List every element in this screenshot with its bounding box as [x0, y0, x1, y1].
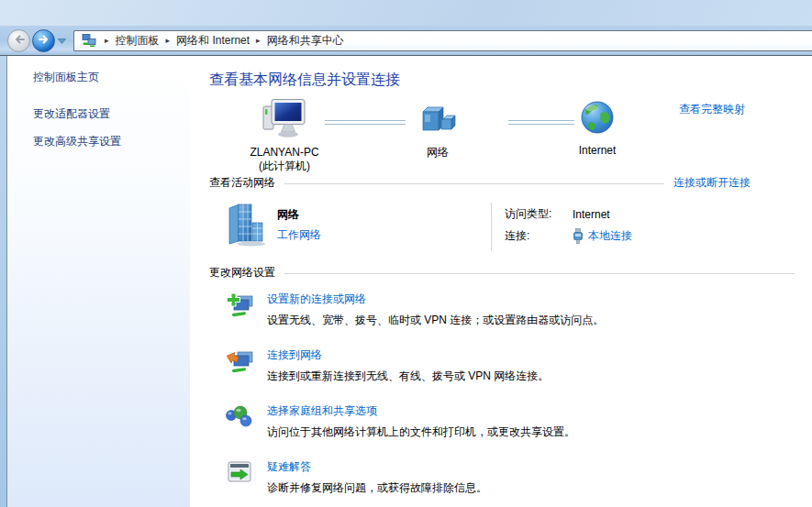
network-category-link[interactable]: 工作网络: [277, 227, 321, 243]
breadcrumb-separator-icon: ▸: [98, 36, 116, 45]
list-item-troubleshoot: 疑难解答 诊断并修复网络问题，或获得故障排除信息。: [224, 459, 795, 496]
breadcrumb-separator-icon[interactable]: ▸: [160, 36, 177, 45]
map-node-computer[interactable]: ZLANYAN-PC (此计算机): [229, 98, 339, 173]
network-sharing-center-icon: [82, 33, 96, 48]
map-computer-sublabel: (此计算机): [259, 160, 310, 172]
section-rule: [284, 183, 664, 184]
buildings-icon: [224, 203, 268, 250]
ethernet-plug-icon: [573, 228, 584, 244]
active-networks-header-label: 查看活动网络: [209, 175, 275, 191]
breadcrumb-network-sharing-center[interactable]: 网络和共享中心: [267, 33, 344, 49]
access-type-value: Internet: [573, 208, 610, 221]
window-titlebar[interactable]: [0, 0, 812, 26]
active-network-summary: 网络 工作网络: [224, 203, 491, 250]
connect-to-network-link[interactable]: 连接到网络: [267, 347, 549, 363]
settings-list: 设置新的连接或网络 设置无线、宽带、拨号、临时或 VPN 连接；或设置路由器或访…: [224, 292, 795, 496]
window-left-border: [0, 56, 7, 507]
homegroup-icon: [224, 403, 255, 440]
map-computer-label: ZLANYAN-PC: [250, 146, 318, 159]
connect-disconnect-link[interactable]: 连接或断开连接: [673, 175, 751, 191]
active-network-name: 网络: [277, 207, 321, 223]
see-full-map-link[interactable]: 查看完整映射: [679, 102, 745, 117]
breadcrumb-network-and-internet[interactable]: 网络和 Internet: [176, 33, 250, 49]
active-network-panel: 网络 工作网络 访问类型: Internet 连接:: [209, 191, 795, 265]
active-network-details: 访问类型: Internet 连接:: [492, 203, 632, 250]
page-title: 查看基本网络信息并设置连接: [209, 71, 795, 89]
back-arrow-icon: [13, 34, 26, 48]
map-connector-line: [325, 120, 406, 125]
local-connection-link[interactable]: 本地连接: [588, 228, 632, 244]
map-network-label: 网络: [427, 146, 449, 160]
setup-new-connection-desc: 设置无线、宽带、拨号、临时或 VPN 连接；或设置路由器或访问点。: [267, 313, 604, 328]
main-panel: 查看基本网络信息并设置连接: [190, 56, 812, 507]
section-rule: [284, 273, 795, 274]
computer-icon: [261, 98, 307, 141]
network-settings-header-label: 更改网络设置: [209, 265, 275, 281]
list-item-setup-new-connection: 设置新的连接或网络 设置无线、宽带、拨号、临时或 VPN 连接；或设置路由器或访…: [224, 292, 795, 328]
breadcrumb-control-panel[interactable]: 控制面板: [116, 33, 160, 49]
troubleshoot-icon: [224, 459, 255, 496]
connect-to-network-desc: 连接到或重新连接到无线、有线、拨号或 VPN 网络连接。: [267, 369, 549, 384]
recent-pages-chevron-icon[interactable]: [58, 34, 67, 47]
troubleshoot-link[interactable]: 疑难解答: [267, 459, 487, 475]
map-node-network[interactable]: 网络: [401, 98, 474, 160]
forward-button[interactable]: [32, 29, 55, 52]
troubleshoot-desc: 诊断并修复网络问题，或获得故障排除信息。: [267, 480, 487, 496]
homegroup-sharing-link[interactable]: 选择家庭组和共享选项: [267, 403, 575, 419]
new-connection-icon: [224, 292, 255, 328]
breadcrumb-separator-icon[interactable]: ▸: [250, 36, 267, 45]
map-node-internet[interactable]: Internet: [551, 98, 643, 158]
connections-label: 连接:: [505, 228, 573, 244]
network-icon: [417, 98, 458, 141]
sidebar-item-change-advanced-sharing[interactable]: 更改高级共享设置: [33, 134, 181, 149]
sidebar: 控制面板主页 更改适配器设置 更改高级共享设置: [7, 56, 190, 507]
globe-icon: [579, 98, 616, 139]
connect-network-icon: [224, 347, 255, 384]
window-content: 控制面板主页 更改适配器设置 更改高级共享设置 查看基本网络信息并设置连接: [0, 56, 812, 507]
network-sharing-center-window: ▸ 控制面板 ▸ 网络和 Internet ▸ 网络和共享中心 控制面板主页 更…: [0, 0, 812, 507]
access-type-label: 访问类型:: [505, 206, 573, 222]
network-settings-header: 更改网络设置: [209, 265, 795, 281]
back-button[interactable]: [7, 29, 30, 52]
map-internet-label: Internet: [579, 144, 617, 158]
forward-arrow-icon: [38, 34, 50, 48]
setup-new-connection-link[interactable]: 设置新的连接或网络: [267, 292, 604, 307]
network-map: ZLANYAN-PC (此计算机): [209, 98, 795, 175]
sidebar-item-change-adapter-settings[interactable]: 更改适配器设置: [33, 106, 181, 122]
list-item-connect-to-network: 连接到网络 连接到或重新连接到无线、有线、拨号或 VPN 网络连接。: [224, 347, 795, 384]
list-item-homegroup-sharing: 选择家庭组和共享选项 访问位于其他网络计算机上的文件和打印机，或更改共享设置。: [224, 403, 795, 440]
navigation-bar: ▸ 控制面板 ▸ 网络和 Internet ▸ 网络和共享中心: [0, 26, 812, 56]
address-bar[interactable]: ▸ 控制面板 ▸ 网络和 Internet ▸ 网络和共享中心: [73, 30, 812, 51]
homegroup-sharing-desc: 访问位于其他网络计算机上的文件和打印机，或更改共享设置。: [267, 424, 575, 440]
active-networks-header: 查看活动网络 连接或断开连接: [209, 175, 795, 191]
sidebar-item-control-panel-home[interactable]: 控制面板主页: [33, 70, 181, 85]
